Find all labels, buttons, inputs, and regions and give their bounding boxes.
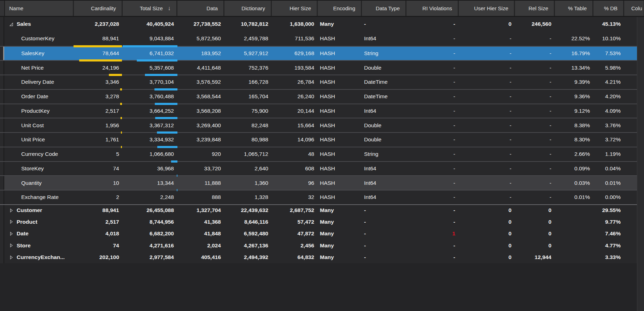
row-gutter	[0, 17, 4, 31]
column-header-cardinality[interactable]: Cardinality	[74, 1, 123, 16]
table-name-label: Store	[17, 242, 31, 249]
pct-table-value: 13.34%	[571, 65, 590, 71]
expand-table-icon[interactable]	[9, 255, 13, 260]
column-header-total-size[interactable]: Total Size↓	[123, 1, 177, 16]
dictionary-cell: 1,360	[224, 176, 271, 190]
column-header-label: User Hier Size	[474, 5, 508, 11]
data-value: 41,368	[204, 219, 221, 225]
dictionary-value: 4,267,136	[244, 242, 268, 249]
row-saleskey[interactable]: SalesKey78,6446,741,032183,9525,927,9126…	[0, 46, 637, 60]
column-header-data-type[interactable]: Data Type	[362, 1, 406, 16]
row-customer[interactable]: Customer88,94126,455,0881,327,70422,439,…	[0, 204, 637, 216]
dictionary-cell: 2,459,788	[224, 31, 271, 46]
column-header-hier-size[interactable]: Hier Size	[272, 1, 318, 16]
name-cell: Store	[4, 240, 73, 251]
row-gutter	[0, 61, 4, 75]
encoding-cell: HASH	[317, 90, 361, 104]
cardinality-bar	[120, 88, 122, 90]
pct-db-cell: 10.10%	[593, 31, 623, 46]
row-order-date[interactable]: Order Date3,2783,760,4883,568,544165,704…	[0, 89, 637, 104]
total-size-bar	[157, 131, 177, 134]
collapse-table-icon[interactable]	[9, 22, 13, 27]
data-type-value: Int64	[364, 108, 376, 114]
data-value: 405,416	[201, 254, 221, 260]
hier-size-value: 57,472	[298, 219, 314, 225]
row-unit-cost[interactable]: Unit Cost1,9563,367,3123,269,40082,24815…	[0, 118, 637, 132]
col-cut-cell	[623, 61, 637, 75]
column-header-ri-violations[interactable]: RI Violations	[406, 1, 459, 16]
cardinality-cell: 2,237,028	[73, 17, 122, 31]
row-store[interactable]: Store744,271,6162,0244,267,1362,456Many-…	[0, 240, 637, 251]
rel-size-value: -	[550, 79, 551, 85]
pct-table-value: 0.01%	[574, 194, 590, 200]
ri-violations-cell: -	[406, 47, 458, 60]
row-net-price[interactable]: Net Price24,1965,357,6084,411,648752,376…	[0, 60, 637, 75]
pct-table-cell: 2.66%	[554, 147, 593, 161]
pct-table-cell: 0.03%	[554, 176, 593, 190]
dictionary-cell: 75,900	[224, 104, 271, 118]
row-storekey[interactable]: StoreKey7436,96833,7202,640608HASHInt64-…	[0, 161, 637, 176]
hier-size-cell: 629,168	[271, 47, 317, 60]
name-cell: Currency Code	[4, 147, 73, 161]
rel-size-cell: -	[514, 133, 554, 147]
hier-size-value: 26,784	[298, 79, 314, 85]
expand-table-icon[interactable]	[9, 219, 13, 224]
column-header-pct-db[interactable]: % DB	[593, 1, 624, 16]
dictionary-cell: 2,640	[224, 162, 271, 176]
row-quantity[interactable]: Quantity1013,34411,8881,36096HASHInt64--…	[0, 175, 637, 190]
hier-size-cell: 26,240	[271, 90, 317, 104]
column-header-encoding[interactable]: Encoding	[318, 1, 362, 16]
pct-table-cell	[554, 251, 593, 263]
data-type-value: -	[364, 242, 366, 249]
row-sales[interactable]: Sales2,237,02840,405,92427,738,55210,782…	[0, 17, 637, 31]
ri-violations-cell: -	[406, 176, 458, 190]
row-customerkey[interactable]: CustomerKey88,9419,043,8845,872,5602,459…	[0, 31, 637, 46]
column-header-pct-table[interactable]: % Table	[555, 1, 593, 16]
encoding-cell: HASH	[317, 61, 361, 75]
cardinality-value: 78,644	[103, 50, 119, 57]
column-name-label: Delivery Date	[21, 79, 54, 85]
row-exchange-rate[interactable]: Exchange Rate22,2488881,32832HASHInt64--…	[0, 190, 637, 204]
row-currencyexchan[interactable]: CurrencyExchan...202,1002,977,584405,416…	[0, 251, 637, 263]
row-unit-price[interactable]: Unit Price1,7613,334,9323,239,84880,9881…	[0, 132, 637, 147]
ri-violations-cell: -	[406, 104, 458, 118]
total-size-cell: 9,043,884	[122, 31, 177, 46]
dictionary-value: 82,248	[252, 122, 268, 129]
data-cell: 41,848	[177, 228, 224, 240]
hier-size-cell: 14,096	[271, 133, 317, 147]
dictionary-value: 1,328	[254, 194, 268, 200]
cardinality-value: 3,278	[105, 93, 119, 100]
encoding-cell: HASH	[317, 75, 361, 89]
expand-table-icon[interactable]	[9, 208, 13, 213]
rel-size-value: 0	[548, 242, 551, 249]
row-gutter	[0, 31, 4, 46]
encoding-cell: Many	[317, 216, 361, 228]
dictionary-cell: 4,267,136	[224, 240, 271, 251]
column-header-data[interactable]: Data	[177, 1, 224, 16]
cardinality-cell: 202,100	[73, 251, 122, 263]
total-size-value: 9,043,884	[150, 35, 174, 42]
expand-table-icon[interactable]	[9, 231, 13, 236]
row-gutter	[0, 176, 4, 190]
row-currency-code[interactable]: Currency Code51,066,6809201,065,71248HAS…	[0, 147, 637, 161]
row-delivery-date[interactable]: Delivery Date3,3463,770,1043,576,592166,…	[0, 75, 637, 89]
vertical-scrollbar[interactable]	[637, 17, 644, 311]
data-value: 11,888	[205, 180, 221, 186]
rel-size-cell: -	[514, 190, 554, 204]
pct-db-cell: 29.55%	[593, 205, 623, 216]
column-header-rel-size[interactable]: Rel Size	[515, 1, 555, 16]
row-productkey[interactable]: ProductKey2,5173,664,2523,568,20875,9002…	[0, 104, 637, 118]
cardinality-cell: 74	[73, 240, 122, 251]
data-type-cell: -	[361, 240, 406, 251]
column-header-name[interactable]: Name	[5, 1, 74, 16]
column-header-dictionary[interactable]: Dictionary	[224, 1, 272, 16]
row-product[interactable]: Product2,5178,744,95641,3688,646,11657,4…	[0, 216, 637, 228]
hier-size-cell: 26,784	[271, 75, 317, 89]
column-header-user-hier-size[interactable]: User Hier Size	[459, 1, 515, 16]
dictionary-cell: 2,494,392	[224, 251, 271, 263]
row-date[interactable]: Date4,0186,682,20041,8486,592,48047,872M…	[0, 228, 637, 240]
column-header-col-cut[interactable]: Colu	[624, 1, 644, 16]
pct-db-cell: 5.98%	[593, 61, 623, 75]
expand-table-icon[interactable]	[9, 243, 13, 248]
pct-table-cell: 8.38%	[554, 118, 593, 132]
